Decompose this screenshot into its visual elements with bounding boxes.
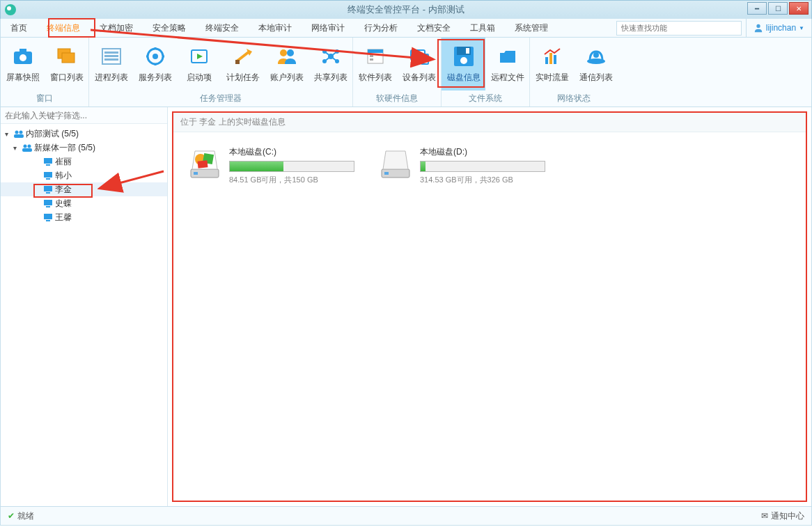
menu-local-audit[interactable]: 本地审计 (249, 19, 302, 37)
svg-rect-34 (549, 53, 552, 64)
monitor-icon (42, 171, 54, 180)
disk-icon (453, 45, 475, 68)
drive-d-icon (378, 146, 413, 181)
window-controls: ━ ☐ ✕ (747, 2, 809, 15)
svg-rect-9 (104, 58, 118, 61)
sidebar: ▾ 内部测试 (5/5) ▾ 新媒体一部 (5/5) 崔丽 韩小 李金 (1, 107, 168, 506)
tree-group[interactable]: ▾ 新媒体一部 (5/5) (1, 141, 167, 155)
disk-item[interactable]: 本地磁盘(D:) 314.53 GB可用，共326 GB (378, 146, 559, 185)
tree-label: 崔丽 (55, 156, 72, 168)
share-icon (320, 45, 342, 68)
menu-security-policy[interactable]: 安全策略 (143, 19, 196, 37)
ribbon-group-label: 软硬件信息 (353, 91, 441, 107)
svg-rect-7 (104, 52, 118, 54)
close-button[interactable]: ✕ (789, 2, 809, 15)
menu-home[interactable]: 首页 (1, 19, 37, 37)
disk-name: 本地磁盘(C:) (229, 146, 368, 158)
svg-point-36 (587, 58, 605, 64)
svg-point-38 (15, 131, 19, 134)
menu-terminal-info[interactable]: 终端信息 (37, 19, 90, 37)
windows-icon (56, 45, 78, 68)
tree-member[interactable]: 韩小 (1, 168, 167, 182)
svg-marker-13 (197, 54, 203, 59)
ribbon-devices[interactable]: 设备列表 (397, 38, 441, 91)
disk-usage-bar (229, 161, 354, 172)
tree-label: 内部测试 (5/5) (26, 128, 79, 140)
ribbon-remote-file[interactable]: 远程文件 (485, 38, 529, 91)
process-icon (100, 45, 123, 68)
ribbon-process-list[interactable]: 进程列表 (89, 38, 133, 91)
minimize-button[interactable]: ━ (747, 2, 767, 15)
svg-point-2 (19, 54, 26, 61)
svg-rect-40 (14, 134, 24, 138)
svg-rect-24 (368, 49, 383, 53)
svg-rect-28 (421, 54, 428, 64)
user-name-label: lijinchan (766, 23, 796, 33)
tree: ▾ 内部测试 (5/5) ▾ 新媒体一部 (5/5) 崔丽 韩小 李金 (1, 124, 167, 506)
expander-icon[interactable]: ▾ (13, 144, 20, 152)
disk-usage-text: 84.51 GB可用，共150 GB (229, 175, 368, 185)
ribbon-accounts[interactable]: 账户列表 (265, 38, 309, 91)
tree-member[interactable]: 崔丽 (1, 155, 167, 168)
body: ▾ 内部测试 (5/5) ▾ 新媒体一部 (5/5) 崔丽 韩小 李金 (0, 107, 812, 507)
ribbon-traffic[interactable]: 实时流量 (530, 38, 574, 91)
menu-network-audit[interactable]: 网络审计 (302, 19, 354, 37)
ribbon-service-list[interactable]: 服务列表 (133, 38, 177, 91)
tree-label: 新媒体一部 (5/5) (34, 142, 95, 154)
ribbon-share[interactable]: 共享列表 (309, 38, 352, 91)
app-logo-icon (5, 4, 16, 15)
comm-icon (585, 45, 607, 68)
ribbon-disk-info[interactable]: 磁盘信息 (442, 38, 485, 91)
tree-member-selected[interactable]: 李金 (1, 182, 167, 196)
svg-rect-8 (104, 55, 118, 57)
svg-rect-50 (44, 200, 52, 205)
ribbon-group-hwsw: 软件列表 设备列表 软硬件信息 (353, 38, 442, 107)
notification-center[interactable]: ✉ 通知中心 (761, 510, 804, 522)
svg-rect-32 (466, 48, 469, 54)
menu-doc-encrypt[interactable]: 文档加密 (90, 19, 143, 37)
ribbon-group-taskmgr: 进程列表 服务列表 启动项 计划任务 账户列表 共享列表 (89, 38, 353, 107)
menu-terminal-security[interactable]: 终端安全 (196, 19, 249, 37)
ribbon-screenshot[interactable]: 屏幕快照 (1, 38, 45, 91)
tree-label: 韩小 (55, 170, 72, 182)
menubar: 首页 终端信息 文档加密 安全策略 终端安全 本地审计 网络审计 行为分析 文档… (0, 19, 812, 38)
ribbon-group-label: 网络状态 (530, 91, 618, 107)
tree-member[interactable]: 王馨 (1, 210, 167, 224)
ribbon-comm-list[interactable]: 通信列表 (574, 38, 618, 91)
svg-rect-48 (44, 186, 52, 191)
user-menu[interactable]: lijinchan ▼ (746, 19, 811, 37)
ribbon-startup[interactable]: 启动项 (177, 38, 221, 91)
content-panel: 位于 李金 上的实时磁盘信息 本地磁盘(C:) 84.51 GB可用，共150 … (172, 111, 807, 502)
svg-point-42 (28, 145, 31, 148)
ribbon-window-list[interactable]: 窗口列表 (45, 38, 88, 91)
svg-rect-44 (44, 158, 52, 164)
search-input[interactable] (616, 21, 742, 36)
menu-behavior[interactable]: 行为分析 (354, 19, 407, 37)
ribbon-group-network: 实时流量 通信列表 网络状态 (530, 38, 618, 107)
disk-item[interactable]: 本地磁盘(C:) 84.51 GB可用，共150 GB (187, 146, 368, 185)
expander-icon[interactable]: ▾ (5, 130, 12, 138)
svg-rect-58 (198, 160, 208, 168)
tree-label: 王馨 (55, 212, 72, 223)
svg-point-16 (280, 49, 287, 56)
menu-toolbox[interactable]: 工具箱 (460, 19, 505, 37)
menu-doc-security[interactable]: 文档安全 (407, 19, 460, 37)
maximize-button[interactable]: ☐ (768, 2, 788, 15)
svg-rect-25 (370, 55, 373, 57)
tree-member[interactable]: 史蝶 (1, 196, 167, 210)
ribbon-software[interactable]: 软件列表 (353, 38, 397, 91)
schedule-icon (232, 45, 254, 68)
monitor-icon (42, 212, 54, 222)
filter-input[interactable] (1, 107, 167, 124)
content-header: 位于 李金 上的实时磁盘信息 (173, 113, 806, 132)
svg-point-41 (24, 145, 27, 148)
ribbon-schedule[interactable]: 计划任务 (221, 38, 265, 91)
ribbon-group-window: 屏幕快照 窗口列表 窗口 (1, 38, 89, 107)
monitor-icon (42, 184, 54, 194)
menu-system-manage[interactable]: 系统管理 (505, 19, 558, 37)
svg-rect-52 (44, 214, 52, 219)
svg-point-37 (593, 52, 599, 58)
tree-root[interactable]: ▾ 内部测试 (5/5) (1, 127, 167, 141)
ribbon-group-label: 任务管理器 (89, 91, 352, 107)
svg-rect-51 (46, 206, 50, 207)
